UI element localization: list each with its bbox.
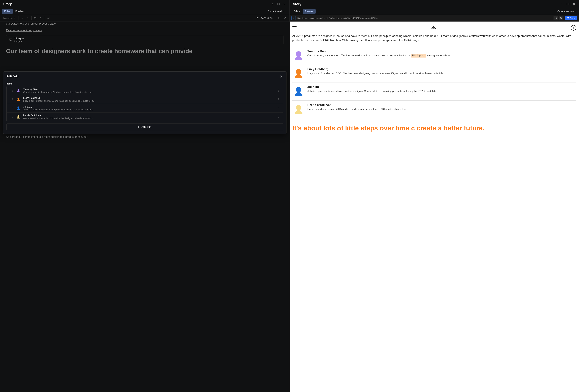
person-row: Timothy DiazOne of our original members,… [292,47,577,65]
site-logo[interactable] [430,26,437,30]
drag-handle-icon[interactable]: ⋮⋮ [9,98,13,101]
drag-handle-icon[interactable]: ⋮⋮ [9,89,13,92]
preview-frame[interactable]: 0 All AVKA products are designed in-hous… [290,22,579,392]
svg-point-29 [562,3,562,3]
paragraph[interactable]: As part of our commitment to a more sust… [6,135,284,139]
numbered-list-button[interactable] [38,16,42,20]
svg-point-30 [562,4,562,4]
avatar [292,67,305,80]
avatar [292,103,305,116]
person-bio: One of our original members, Tim has bee… [307,54,577,57]
person-bio: Lucy is our Founder and CEO. She has bee… [307,71,577,75]
images-block[interactable]: 2 images Images ⋮ [6,35,284,44]
item-name: Timothy Diaz [23,88,274,91]
product-tag[interactable]: ULLA pot [411,54,426,57]
list-item[interactable]: ⋮⋮Julia XuJulia is a passionate and driv… [7,104,283,112]
close-icon[interactable] [280,75,283,78]
list-item[interactable]: ⋮⋮Lucy HoldbergLucy is our Founder and C… [7,95,283,104]
person-name: Timothy Diaz [307,50,577,53]
divider [44,16,44,20]
intro-paragraph: All AVKA products are designed in-house … [292,34,577,42]
list-item[interactable]: ⋮⋮Timothy DiazOne of our original member… [7,86,283,95]
svg-point-1 [272,4,273,4]
people-list: Timothy DiazOne of our original members,… [292,47,577,118]
heading[interactable]: Our team of designers work to create hom… [6,48,284,55]
rich-text-toolbar: No style i B Accordion [0,15,290,22]
pane-header: Story [0,0,290,8]
item-name: Lucy Holdberg [23,97,274,100]
list-item[interactable]: ⋮⋮Harris O'SullivanHarris joined our tea… [7,112,283,121]
item-desc: One of our original members, Tim has bee… [23,91,274,93]
version-selector[interactable]: Current version [268,10,287,13]
svg-rect-32 [567,3,569,5]
tabs: Editor Preview [2,9,26,14]
avatar [16,97,21,102]
item-more-icon[interactable]: ⋮ [277,107,281,110]
hamburger-icon[interactable] [292,26,296,29]
item-desc: Lucy is our Founder and CEO. She has bee… [23,100,274,102]
more-icon[interactable] [271,2,274,6]
copy-icon[interactable] [559,16,564,20]
version-selector[interactable]: Current version [557,10,577,13]
edit-grid-modal: Edit Grid Items ⋮⋮Timothy DiazOne of our… [3,71,287,134]
tabs-row: Editor Preview Current version [290,8,579,15]
cart-badge[interactable]: 0 [571,25,576,31]
preview-toolbar: https://demo-ecommerce.sanity.build/api/… [290,15,579,22]
divider [18,16,19,20]
more-icon[interactable] [560,2,564,6]
split-pane-icon[interactable] [277,2,280,6]
link-button[interactable] [46,16,50,20]
editor-body[interactable]: our LULU Pots over on our Process page. … [0,22,290,392]
site-header: 0 [292,25,577,31]
add-block-button[interactable] [277,16,281,20]
drag-handle-icon[interactable]: ⋮⋮ [9,115,13,118]
tab-editor[interactable]: Editor [2,9,13,14]
items-label: Items [6,82,283,85]
open-button[interactable]: Open [565,16,577,20]
close-icon[interactable] [572,2,576,6]
bullet-list-button[interactable] [33,16,38,20]
device-mobile-icon[interactable] [291,16,296,20]
pane-header: Story [290,0,579,8]
pane-title: Story [3,2,12,6]
item-more-icon[interactable]: ⋮ [277,98,281,101]
item-more-icon[interactable]: ⋮ [277,89,281,92]
collapse-icon[interactable] [283,16,288,20]
style-selector[interactable]: No style [2,16,17,20]
paragraph[interactable]: our LULU Pots over on our Process page. [6,22,284,26]
modal-title: Edit Grid [6,75,18,78]
bold-button[interactable]: B [25,16,30,20]
avatar [16,114,21,119]
close-icon[interactable] [283,2,286,6]
person-row: Lucy HoldbergLucy is our Founder and CEO… [292,65,577,83]
block-more-icon[interactable]: ⋮ [279,38,281,41]
person-row: Julia XuJulia is a passionate and driven… [292,83,577,101]
modal-header: Edit Grid [6,75,283,78]
tab-preview[interactable]: Preview [13,9,26,14]
block-subtitle: Images [14,40,24,43]
refresh-icon[interactable] [554,16,558,20]
item-more-icon[interactable]: ⋮ [277,115,281,118]
add-item-button[interactable]: Add item [6,123,283,130]
items-list: ⋮⋮Timothy DiazOne of our original member… [6,86,283,121]
version-label: Current version [557,10,574,13]
block-title: 2 images [14,37,24,40]
svg-rect-38 [561,18,562,19]
preview-url[interactable]: https://demo-ecommerce.sanity.build/api/… [297,17,552,19]
split-pane-icon[interactable] [566,2,570,6]
drag-handle-icon[interactable]: ⋮⋮ [9,107,13,110]
tab-editor[interactable]: Editor [292,9,302,14]
link-paragraph[interactable]: Read more about our process [6,28,284,33]
tab-preview[interactable]: Preview [303,9,316,14]
italic-button[interactable]: i [20,16,25,20]
image-icon [8,38,12,42]
block-type-selector[interactable]: Accordion [255,16,274,20]
avatar [292,50,305,62]
svg-point-2 [272,5,273,5]
person-bio: Harris joined our team in 2015 and is th… [307,107,577,111]
svg-point-13 [35,19,35,19]
item-desc: Julia is a passionate and driven product… [23,108,274,111]
editor-pane: Story Editor Preview Current version No … [0,0,290,392]
person-name: Lucy Holdberg [307,67,577,71]
hero-heading: It's about lots of little steps over tim… [292,124,577,132]
